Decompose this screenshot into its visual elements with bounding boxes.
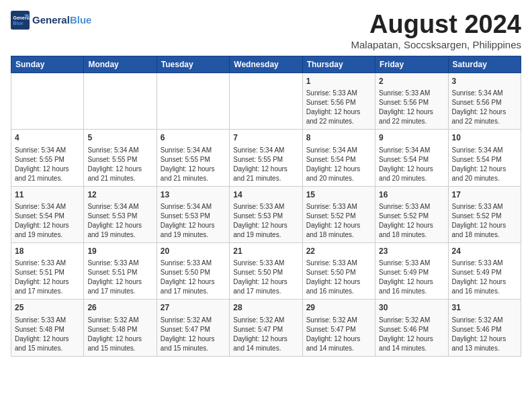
day-number: 25	[15, 302, 80, 314]
day-info: Sunrise: 5:32 AM Sunset: 5:46 PM Dayligh…	[379, 316, 444, 353]
day-info: Sunrise: 5:32 AM Sunset: 5:46 PM Dayligh…	[452, 316, 517, 353]
day-number: 21	[233, 246, 298, 257]
calendar-cell: 5Sunrise: 5:34 AM Sunset: 5:55 PM Daylig…	[84, 130, 157, 186]
svg-text:Blue: Blue	[13, 21, 24, 26]
calendar-cell: 19Sunrise: 5:33 AM Sunset: 5:51 PM Dayli…	[84, 242, 157, 299]
calendar-cell: 16Sunrise: 5:33 AM Sunset: 5:52 PM Dayli…	[375, 186, 448, 242]
day-number: 23	[379, 246, 444, 257]
day-number: 31	[452, 302, 517, 314]
day-number: 19	[87, 246, 152, 257]
day-info: Sunrise: 5:33 AM Sunset: 5:50 PM Dayligh…	[306, 259, 371, 296]
day-info: Sunrise: 5:32 AM Sunset: 5:47 PM Dayligh…	[161, 316, 226, 353]
day-info: Sunrise: 5:33 AM Sunset: 5:53 PM Dayligh…	[233, 202, 298, 240]
calendar-cell: 6Sunrise: 5:34 AM Sunset: 5:55 PM Daylig…	[157, 130, 229, 186]
day-number: 8	[306, 132, 371, 144]
day-info: Sunrise: 5:33 AM Sunset: 5:56 PM Dayligh…	[379, 89, 444, 126]
calendar-cell: 3Sunrise: 5:34 AM Sunset: 5:56 PM Daylig…	[448, 73, 521, 129]
day-number: 6	[161, 132, 226, 144]
day-info: Sunrise: 5:34 AM Sunset: 5:55 PM Dayligh…	[15, 146, 80, 183]
day-number: 26	[87, 302, 152, 314]
day-header-sunday: Sunday	[11, 56, 84, 73]
day-info: Sunrise: 5:34 AM Sunset: 5:54 PM Dayligh…	[379, 146, 444, 183]
day-number: 14	[233, 189, 298, 201]
calendar-cell: 21Sunrise: 5:33 AM Sunset: 5:50 PM Dayli…	[230, 242, 302, 299]
day-header-wednesday: Wednesday	[230, 56, 302, 73]
calendar-week-row: 4Sunrise: 5:34 AM Sunset: 5:55 PM Daylig…	[11, 130, 521, 186]
day-number: 28	[233, 302, 298, 314]
day-number: 3	[452, 76, 517, 87]
day-info: Sunrise: 5:34 AM Sunset: 5:56 PM Dayligh…	[452, 89, 517, 126]
calendar-cell: 13Sunrise: 5:34 AM Sunset: 5:53 PM Dayli…	[157, 186, 229, 242]
day-header-tuesday: Tuesday	[157, 56, 229, 73]
calendar-cell: 4Sunrise: 5:34 AM Sunset: 5:55 PM Daylig…	[11, 130, 84, 186]
calendar-body: 1Sunrise: 5:33 AM Sunset: 5:56 PM Daylig…	[11, 73, 521, 356]
calendar-week-row: 1Sunrise: 5:33 AM Sunset: 5:56 PM Daylig…	[11, 73, 521, 129]
calendar-cell: 18Sunrise: 5:33 AM Sunset: 5:51 PM Dayli…	[11, 242, 84, 299]
day-info: Sunrise: 5:34 AM Sunset: 5:54 PM Dayligh…	[306, 146, 371, 183]
day-number: 15	[306, 189, 371, 201]
calendar-cell: 8Sunrise: 5:34 AM Sunset: 5:54 PM Daylig…	[302, 130, 375, 186]
day-number: 5	[87, 132, 152, 144]
calendar-table: SundayMondayTuesdayWednesdayThursdayFrid…	[11, 56, 521, 357]
day-number: 13	[161, 189, 226, 201]
day-info: Sunrise: 5:34 AM Sunset: 5:53 PM Dayligh…	[161, 202, 226, 240]
day-info: Sunrise: 5:33 AM Sunset: 5:50 PM Dayligh…	[161, 259, 226, 296]
calendar-cell	[230, 73, 302, 129]
day-number: 16	[379, 189, 444, 201]
calendar-cell: 30Sunrise: 5:32 AM Sunset: 5:46 PM Dayli…	[375, 300, 448, 356]
day-number: 7	[233, 132, 298, 144]
day-number: 29	[306, 302, 371, 314]
day-header-monday: Monday	[84, 56, 157, 73]
day-number: 11	[15, 189, 80, 201]
day-number: 18	[15, 246, 80, 257]
day-number: 4	[15, 132, 80, 144]
calendar-cell: 15Sunrise: 5:33 AM Sunset: 5:52 PM Dayli…	[302, 186, 375, 242]
day-info: Sunrise: 5:34 AM Sunset: 5:53 PM Dayligh…	[87, 202, 152, 240]
calendar-cell: 29Sunrise: 5:32 AM Sunset: 5:47 PM Dayli…	[302, 300, 375, 356]
day-info: Sunrise: 5:33 AM Sunset: 5:50 PM Dayligh…	[233, 259, 298, 296]
calendar-cell: 31Sunrise: 5:32 AM Sunset: 5:46 PM Dayli…	[448, 300, 521, 356]
day-number: 30	[379, 302, 444, 314]
logo: General Blue GeneralBlue	[11, 11, 91, 30]
calendar-cell: 14Sunrise: 5:33 AM Sunset: 5:53 PM Dayli…	[230, 186, 302, 242]
day-number: 20	[161, 246, 226, 257]
day-info: Sunrise: 5:33 AM Sunset: 5:49 PM Dayligh…	[379, 259, 444, 296]
day-info: Sunrise: 5:33 AM Sunset: 5:56 PM Dayligh…	[306, 89, 371, 126]
day-number: 10	[452, 132, 517, 144]
calendar-cell: 25Sunrise: 5:33 AM Sunset: 5:48 PM Dayli…	[11, 300, 84, 356]
day-info: Sunrise: 5:32 AM Sunset: 5:47 PM Dayligh…	[233, 316, 298, 353]
calendar-week-row: 25Sunrise: 5:33 AM Sunset: 5:48 PM Dayli…	[11, 300, 521, 356]
calendar-cell: 27Sunrise: 5:32 AM Sunset: 5:47 PM Dayli…	[157, 300, 229, 356]
calendar-cell: 28Sunrise: 5:32 AM Sunset: 5:47 PM Dayli…	[230, 300, 302, 356]
day-info: Sunrise: 5:34 AM Sunset: 5:54 PM Dayligh…	[452, 146, 517, 183]
day-header-saturday: Saturday	[448, 56, 521, 73]
month-year: August 2024	[351, 11, 521, 39]
day-info: Sunrise: 5:33 AM Sunset: 5:48 PM Dayligh…	[15, 316, 80, 353]
title-area: August 2024 Malapatan, Soccsksargen, Phi…	[351, 11, 521, 50]
day-info: Sunrise: 5:34 AM Sunset: 5:55 PM Dayligh…	[87, 146, 152, 183]
svg-rect-0	[11, 11, 30, 30]
calendar-cell: 17Sunrise: 5:33 AM Sunset: 5:52 PM Dayli…	[448, 186, 521, 242]
day-number: 9	[379, 132, 444, 144]
day-info: Sunrise: 5:34 AM Sunset: 5:54 PM Dayligh…	[15, 202, 80, 240]
calendar-week-row: 18Sunrise: 5:33 AM Sunset: 5:51 PM Dayli…	[11, 242, 521, 299]
calendar-cell: 11Sunrise: 5:34 AM Sunset: 5:54 PM Dayli…	[11, 186, 84, 242]
day-info: Sunrise: 5:34 AM Sunset: 5:55 PM Dayligh…	[161, 146, 226, 183]
day-number: 27	[161, 302, 226, 314]
day-info: Sunrise: 5:32 AM Sunset: 5:48 PM Dayligh…	[87, 316, 152, 353]
day-info: Sunrise: 5:34 AM Sunset: 5:55 PM Dayligh…	[233, 146, 298, 183]
calendar-cell: 22Sunrise: 5:33 AM Sunset: 5:50 PM Dayli…	[302, 242, 375, 299]
day-info: Sunrise: 5:32 AM Sunset: 5:47 PM Dayligh…	[306, 316, 371, 353]
day-info: Sunrise: 5:33 AM Sunset: 5:52 PM Dayligh…	[306, 202, 371, 240]
day-number: 24	[452, 246, 517, 257]
calendar-header-row: SundayMondayTuesdayWednesdayThursdayFrid…	[11, 56, 521, 73]
calendar-cell: 7Sunrise: 5:34 AM Sunset: 5:55 PM Daylig…	[230, 130, 302, 186]
calendar-week-row: 11Sunrise: 5:34 AM Sunset: 5:54 PM Dayli…	[11, 186, 521, 242]
day-info: Sunrise: 5:33 AM Sunset: 5:49 PM Dayligh…	[452, 259, 517, 296]
calendar-cell: 24Sunrise: 5:33 AM Sunset: 5:49 PM Dayli…	[448, 242, 521, 299]
day-number: 1	[306, 76, 371, 87]
day-info: Sunrise: 5:33 AM Sunset: 5:51 PM Dayligh…	[87, 259, 152, 296]
day-header-friday: Friday	[375, 56, 448, 73]
calendar-cell: 20Sunrise: 5:33 AM Sunset: 5:50 PM Dayli…	[157, 242, 229, 299]
header: General Blue GeneralBlue August 2024 Mal…	[11, 11, 521, 50]
